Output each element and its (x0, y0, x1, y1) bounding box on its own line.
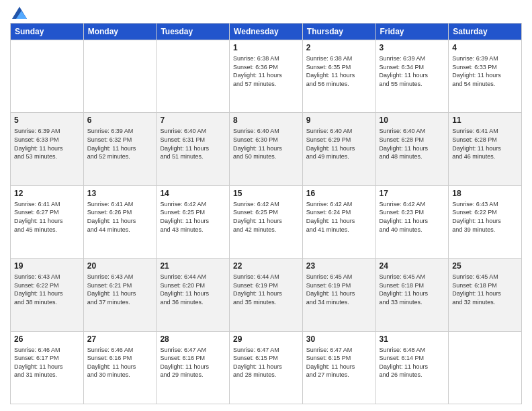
day-info: Sunrise: 6:40 AM Sunset: 6:30 PM Dayligh… (233, 127, 299, 161)
day-info: Sunrise: 6:41 AM Sunset: 6:27 PM Dayligh… (14, 200, 80, 234)
day-info: Sunrise: 6:46 AM Sunset: 6:16 PM Dayligh… (87, 346, 153, 379)
day-cell: 3Sunrise: 6:39 AM Sunset: 6:34 PM Daylig… (375, 40, 449, 113)
day-info: Sunrise: 6:42 AM Sunset: 6:25 PM Dayligh… (160, 200, 226, 234)
day-cell: 8Sunrise: 6:40 AM Sunset: 6:30 PM Daylig… (230, 113, 303, 185)
day-info: Sunrise: 6:38 AM Sunset: 6:35 PM Dayligh… (306, 54, 372, 88)
day-number: 26 (14, 334, 80, 344)
day-info: Sunrise: 6:45 AM Sunset: 6:18 PM Dayligh… (452, 273, 518, 306)
day-number: 5 (14, 116, 80, 125)
day-info: Sunrise: 6:41 AM Sunset: 6:28 PM Dayligh… (452, 127, 518, 161)
week-row-4: 19Sunrise: 6:43 AM Sunset: 6:22 PM Dayli… (11, 259, 522, 331)
day-cell: 27Sunrise: 6:46 AM Sunset: 6:16 PM Dayli… (83, 331, 157, 404)
day-number: 28 (160, 334, 226, 344)
day-cell: 6Sunrise: 6:39 AM Sunset: 6:32 PM Daylig… (83, 113, 157, 185)
day-number: 7 (160, 116, 226, 125)
day-number: 4 (452, 43, 518, 52)
day-number: 10 (380, 116, 445, 125)
day-info: Sunrise: 6:45 AM Sunset: 6:19 PM Dayligh… (306, 273, 372, 306)
day-number: 3 (380, 43, 445, 52)
day-info: Sunrise: 6:39 AM Sunset: 6:33 PM Dayligh… (452, 54, 518, 88)
day-number: 23 (306, 261, 372, 271)
day-cell: 20Sunrise: 6:43 AM Sunset: 6:21 PM Dayli… (83, 259, 157, 331)
day-info: Sunrise: 6:42 AM Sunset: 6:25 PM Dayligh… (233, 200, 299, 234)
day-number: 15 (233, 189, 299, 198)
day-number: 20 (87, 261, 153, 271)
logo (10, 7, 27, 19)
weekday-header-row: SundayMondayTuesdayWednesdayThursdayFrid… (11, 24, 522, 40)
day-number: 9 (306, 116, 372, 125)
day-info: Sunrise: 6:43 AM Sunset: 6:22 PM Dayligh… (14, 273, 80, 306)
day-cell: 15Sunrise: 6:42 AM Sunset: 6:25 PM Dayli… (230, 185, 303, 258)
day-info: Sunrise: 6:40 AM Sunset: 6:29 PM Dayligh… (306, 127, 372, 161)
day-info: Sunrise: 6:42 AM Sunset: 6:24 PM Dayligh… (306, 200, 372, 234)
weekday-header-tuesday: Tuesday (157, 24, 230, 40)
day-cell: 29Sunrise: 6:47 AM Sunset: 6:15 PM Dayli… (230, 331, 303, 404)
day-info: Sunrise: 6:47 AM Sunset: 6:15 PM Dayligh… (306, 346, 372, 379)
day-number: 17 (380, 189, 445, 198)
day-cell: 30Sunrise: 6:47 AM Sunset: 6:15 PM Dayli… (302, 331, 375, 404)
day-number: 11 (452, 116, 518, 125)
weekday-header-monday: Monday (83, 24, 157, 40)
day-cell: 16Sunrise: 6:42 AM Sunset: 6:24 PM Dayli… (302, 185, 375, 258)
day-number: 6 (87, 116, 153, 125)
day-number: 16 (306, 189, 372, 198)
header (10, 7, 522, 19)
day-number: 27 (87, 334, 153, 344)
day-cell: 22Sunrise: 6:44 AM Sunset: 6:19 PM Dayli… (230, 259, 303, 331)
day-cell: 28Sunrise: 6:47 AM Sunset: 6:16 PM Dayli… (157, 331, 230, 404)
day-cell: 9Sunrise: 6:40 AM Sunset: 6:29 PM Daylig… (302, 113, 375, 185)
day-cell: 31Sunrise: 6:48 AM Sunset: 6:14 PM Dayli… (375, 331, 449, 404)
day-cell: 4Sunrise: 6:39 AM Sunset: 6:33 PM Daylig… (449, 40, 522, 113)
day-info: Sunrise: 6:43 AM Sunset: 6:22 PM Dayligh… (452, 200, 518, 234)
day-cell: 21Sunrise: 6:44 AM Sunset: 6:20 PM Dayli… (157, 259, 230, 331)
day-cell (11, 40, 84, 113)
day-info: Sunrise: 6:40 AM Sunset: 6:31 PM Dayligh… (160, 127, 226, 161)
day-info: Sunrise: 6:44 AM Sunset: 6:19 PM Dayligh… (233, 273, 299, 306)
day-number: 8 (233, 116, 299, 125)
day-number: 25 (452, 261, 518, 271)
day-cell: 12Sunrise: 6:41 AM Sunset: 6:27 PM Dayli… (11, 185, 84, 258)
day-cell: 25Sunrise: 6:45 AM Sunset: 6:18 PM Dayli… (449, 259, 522, 331)
day-number: 29 (233, 334, 299, 344)
day-cell: 26Sunrise: 6:46 AM Sunset: 6:17 PM Dayli… (11, 331, 84, 404)
logo-icon (12, 7, 27, 19)
day-info: Sunrise: 6:47 AM Sunset: 6:16 PM Dayligh… (160, 346, 226, 379)
week-row-2: 5Sunrise: 6:39 AM Sunset: 6:33 PM Daylig… (11, 113, 522, 185)
day-info: Sunrise: 6:47 AM Sunset: 6:15 PM Dayligh… (233, 346, 299, 379)
day-number: 13 (87, 189, 153, 198)
weekday-header-saturday: Saturday (449, 24, 522, 40)
day-info: Sunrise: 6:39 AM Sunset: 6:32 PM Dayligh… (87, 127, 153, 161)
day-cell: 24Sunrise: 6:45 AM Sunset: 6:18 PM Dayli… (375, 259, 449, 331)
day-info: Sunrise: 6:41 AM Sunset: 6:26 PM Dayligh… (87, 200, 153, 234)
day-number: 21 (160, 261, 226, 271)
day-number: 22 (233, 261, 299, 271)
day-number: 14 (160, 189, 226, 198)
page: SundayMondayTuesdayWednesdayThursdayFrid… (0, 0, 532, 411)
day-cell: 10Sunrise: 6:40 AM Sunset: 6:28 PM Dayli… (375, 113, 449, 185)
day-info: Sunrise: 6:45 AM Sunset: 6:18 PM Dayligh… (380, 273, 445, 306)
weekday-header-sunday: Sunday (11, 24, 84, 40)
day-number: 31 (380, 334, 445, 344)
day-number: 1 (233, 43, 299, 52)
calendar-table: SundayMondayTuesdayWednesdayThursdayFrid… (10, 23, 522, 404)
day-cell: 18Sunrise: 6:43 AM Sunset: 6:22 PM Dayli… (449, 185, 522, 258)
day-info: Sunrise: 6:39 AM Sunset: 6:33 PM Dayligh… (14, 127, 80, 161)
day-cell (157, 40, 230, 113)
weekday-header-friday: Friday (375, 24, 449, 40)
day-info: Sunrise: 6:40 AM Sunset: 6:28 PM Dayligh… (380, 127, 445, 161)
day-number: 30 (306, 334, 372, 344)
day-info: Sunrise: 6:38 AM Sunset: 6:36 PM Dayligh… (233, 54, 299, 88)
day-cell (83, 40, 157, 113)
day-info: Sunrise: 6:39 AM Sunset: 6:34 PM Dayligh… (380, 54, 445, 88)
day-cell: 5Sunrise: 6:39 AM Sunset: 6:33 PM Daylig… (11, 113, 84, 185)
week-row-3: 12Sunrise: 6:41 AM Sunset: 6:27 PM Dayli… (11, 185, 522, 258)
day-cell: 2Sunrise: 6:38 AM Sunset: 6:35 PM Daylig… (302, 40, 375, 113)
day-cell: 23Sunrise: 6:45 AM Sunset: 6:19 PM Dayli… (302, 259, 375, 331)
day-cell: 11Sunrise: 6:41 AM Sunset: 6:28 PM Dayli… (449, 113, 522, 185)
day-cell: 1Sunrise: 6:38 AM Sunset: 6:36 PM Daylig… (230, 40, 303, 113)
day-number: 24 (380, 261, 445, 271)
weekday-header-thursday: Thursday (302, 24, 375, 40)
day-number: 12 (14, 189, 80, 198)
week-row-1: 1Sunrise: 6:38 AM Sunset: 6:36 PM Daylig… (11, 40, 522, 113)
day-cell: 7Sunrise: 6:40 AM Sunset: 6:31 PM Daylig… (157, 113, 230, 185)
